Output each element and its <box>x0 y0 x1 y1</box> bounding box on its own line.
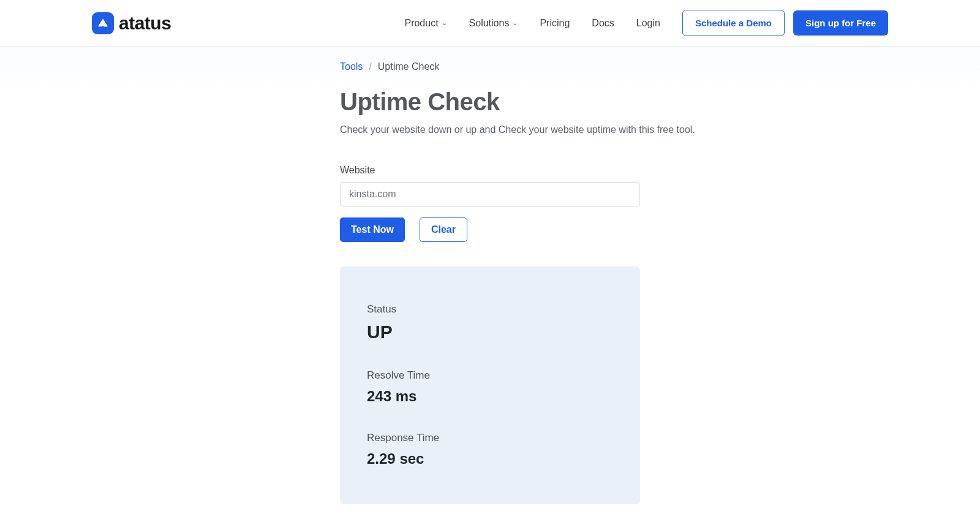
chevron-down-icon: ⌄ <box>442 19 447 27</box>
nav-product[interactable]: Product ⌄ <box>404 18 447 29</box>
status-label: Status <box>367 303 613 316</box>
main-nav: Product ⌄ Solutions ⌄ Pricing Docs Login… <box>404 10 888 36</box>
test-now-button[interactable]: Test Now <box>340 217 405 242</box>
result-card: Status UP Resolve Time 243 ms Response T… <box>340 266 640 504</box>
header-actions: Schedule a Demo Sign up for Free <box>682 10 888 36</box>
resolve-label: Resolve Time <box>367 369 613 382</box>
response-value: 2.29 sec <box>367 450 613 467</box>
breadcrumb-tools[interactable]: Tools <box>340 61 363 72</box>
site-header: atatus Product ⌄ Solutions ⌄ Pricing Doc… <box>0 0 980 47</box>
website-label: Website <box>340 165 796 176</box>
clear-button[interactable]: Clear <box>420 217 467 242</box>
breadcrumb: Tools / Uptime Check <box>340 61 796 72</box>
nav-docs-label: Docs <box>592 18 614 29</box>
result-resolve: Resolve Time 243 ms <box>367 369 613 405</box>
logo[interactable]: atatus <box>92 12 171 34</box>
nav-solutions-label: Solutions <box>469 18 510 29</box>
form-actions: Test Now Clear <box>340 217 796 242</box>
page-subtitle: Check your website down or up and Check … <box>340 124 796 135</box>
result-status: Status UP <box>367 303 613 342</box>
nav-solutions[interactable]: Solutions ⌄ <box>469 18 518 29</box>
result-response: Response Time 2.29 sec <box>367 432 613 467</box>
nav-login[interactable]: Login <box>636 18 660 29</box>
logo-text: atatus <box>119 13 171 34</box>
nav-pricing[interactable]: Pricing <box>540 18 570 29</box>
nav-product-label: Product <box>404 18 438 29</box>
nav-docs[interactable]: Docs <box>592 18 614 29</box>
page-title: Uptime Check <box>340 88 796 116</box>
breadcrumb-separator: / <box>369 61 371 72</box>
website-input[interactable] <box>340 182 640 206</box>
breadcrumb-current: Uptime Check <box>378 61 439 72</box>
nav-login-label: Login <box>636 18 660 29</box>
main-content: Tools / Uptime Check Uptime Check Check … <box>0 47 980 514</box>
logo-icon <box>92 12 114 34</box>
nav-pricing-label: Pricing <box>540 18 570 29</box>
signup-button[interactable]: Sign up for Free <box>793 10 888 36</box>
chevron-down-icon: ⌄ <box>512 19 518 27</box>
resolve-value: 243 ms <box>367 388 613 405</box>
schedule-demo-button[interactable]: Schedule a Demo <box>682 10 785 36</box>
status-value: UP <box>367 322 613 342</box>
response-label: Response Time <box>367 432 613 444</box>
